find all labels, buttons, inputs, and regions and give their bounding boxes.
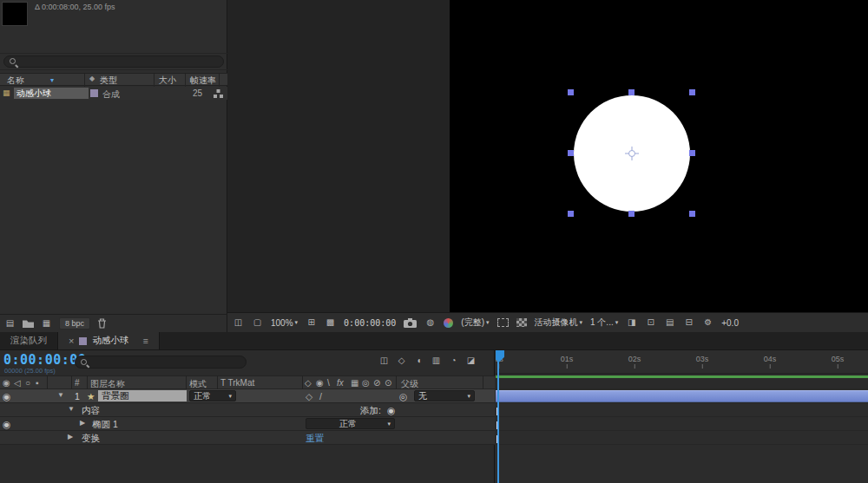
new-folder-icon[interactable]	[23, 319, 34, 328]
tab-composition[interactable]: × 动感小球 ≡	[57, 332, 160, 349]
view-layout-dropdown[interactable]: 1 个...▾	[590, 317, 618, 329]
transparency-grid-icon[interactable]	[516, 318, 527, 327]
zoom-dropdown[interactable]: 100%▾	[271, 318, 298, 328]
transform-row[interactable]: ▶ 变换 重置	[0, 431, 495, 445]
column-mode[interactable]: 模式	[189, 378, 207, 390]
selection-handle[interactable]	[568, 150, 574, 156]
mini-flowchart-icon[interactable]: ◫	[378, 355, 390, 366]
comp-flowchart-icon[interactable]: ⊟	[683, 317, 694, 329]
exposure-value[interactable]: +0.0	[721, 318, 739, 328]
layer-duration-bar[interactable]	[496, 390, 868, 402]
anchor-point-icon[interactable]	[624, 146, 640, 161]
column-trkmat[interactable]: T TrkMat	[220, 378, 254, 388]
current-time-display[interactable]: 0:00:00:00	[3, 352, 86, 368]
active-camera-dropdown[interactable]: 活动摄像机▾	[535, 317, 583, 329]
frame-blend-column-icon[interactable]: ▦	[351, 378, 358, 388]
selection-handle[interactable]	[568, 89, 574, 95]
eye-toggle-icon[interactable]: ◉	[3, 419, 10, 429]
parent-dropdown[interactable]: 无▾	[414, 390, 475, 401]
column-header-framerate[interactable]: 帧速率	[190, 75, 216, 87]
draft-3d-icon[interactable]: ◇	[396, 355, 407, 366]
selection-handle[interactable]	[689, 150, 695, 156]
screen-mode-icon[interactable]: ◫	[233, 317, 244, 329]
graph-editor-icon[interactable]: ◪	[465, 355, 477, 366]
label-column-icon[interactable]: ◆	[89, 75, 95, 82]
snapshot-camera-icon[interactable]	[404, 318, 417, 328]
blend-mode-value: 正常	[194, 390, 211, 402]
layer-row[interactable]: ◉ ▼ 1 ★ 背景圈 正常▾ ◇ / ◎ 无▾	[0, 389, 495, 403]
project-item-type: 合成	[102, 88, 120, 101]
column-header-name[interactable]: 名称	[7, 75, 24, 87]
search-icon	[81, 358, 89, 367]
column-index[interactable]: #	[75, 378, 80, 388]
frame-blend-icon[interactable]: ▥	[431, 355, 442, 366]
list-view-icon[interactable]: ▤	[4, 318, 16, 330]
twirl-closed-icon[interactable]: ▶	[80, 419, 85, 427]
selection-handle[interactable]	[628, 211, 635, 217]
contents-row[interactable]: ▼ 内容 添加: ◉	[0, 403, 495, 417]
contents-label: 内容	[82, 405, 100, 417]
motion-blur-icon[interactable]: ◔	[448, 355, 459, 366]
layer-name[interactable]: 背景圈	[98, 390, 187, 401]
column-parent[interactable]: 父级	[401, 378, 418, 390]
project-columns-header: 名称 ▾ ◆ 类型 大小 帧速率	[0, 73, 227, 86]
solo-column-icon: ○	[25, 378, 30, 388]
add-property-button[interactable]: ◉	[387, 405, 395, 415]
adjustment-column-icon[interactable]: ⊘	[373, 378, 380, 388]
new-composition-icon[interactable]: ▦	[41, 318, 52, 330]
pick-whip-icon[interactable]: ◎	[399, 391, 407, 401]
project-item-name[interactable]: 动感小球	[14, 88, 89, 99]
region-of-interest-icon[interactable]	[497, 318, 509, 327]
current-time-button[interactable]: 0:00:00:00	[344, 318, 396, 328]
panel-menu-icon[interactable]: ≡	[142, 336, 148, 346]
timeline-search-input[interactable]	[75, 356, 247, 369]
ellipse-row[interactable]: ◉ ▶ 椭圆 1 正常▾	[0, 417, 495, 431]
resolution-dropdown[interactable]: (完整)▾	[461, 317, 489, 329]
mask-visibility-icon[interactable]: ▩	[325, 317, 336, 329]
blend-mode-dropdown[interactable]: 正常▾	[189, 390, 236, 401]
hide-shy-icon[interactable]: ◖	[413, 355, 424, 366]
show-snapshot-icon[interactable]: ◍	[424, 317, 436, 329]
gear-icon[interactable]: ⚙	[702, 317, 713, 329]
reset-link[interactable]: 重置	[306, 433, 324, 445]
shy-icon[interactable]: ◇	[305, 378, 312, 388]
label-color-chip[interactable]	[90, 89, 98, 97]
tab-render-queue[interactable]: 渲染队列	[0, 332, 57, 349]
ruler-tick: 01s	[561, 355, 574, 369]
threed-column-icon[interactable]: ⊙	[385, 378, 391, 388]
project-search-input[interactable]	[3, 55, 224, 68]
project-item-framerate: 25	[193, 88, 202, 98]
eye-toggle-icon[interactable]: ◉	[3, 391, 10, 401]
collapse-icon[interactable]: ◉	[316, 378, 324, 388]
channels-icon[interactable]	[444, 318, 453, 328]
selection-handle[interactable]	[568, 211, 574, 217]
monitor-icon[interactable]: ▢	[252, 317, 263, 329]
fast-preview-icon[interactable]: ⊡	[645, 317, 656, 329]
quality-icon[interactable]: \	[327, 378, 330, 388]
motion-blur-column-icon[interactable]: ◎	[362, 378, 370, 388]
project-item-row[interactable]: ▦ 动感小球 合成 25	[0, 87, 227, 100]
column-header-size[interactable]: 大小	[159, 75, 176, 87]
twirl-open-icon[interactable]: ▼	[68, 405, 75, 413]
time-ruler[interactable]: 0s 01s 02s 03s 04s 05s	[496, 350, 868, 374]
selection-handle[interactable]	[689, 211, 695, 217]
collapse-switch-icon[interactable]: ◇	[306, 391, 312, 401]
color-depth-button[interactable]: 8 bpc	[59, 317, 90, 330]
close-icon[interactable]: ×	[69, 336, 74, 346]
column-header-type[interactable]: 类型	[100, 75, 117, 87]
fx-icon[interactable]: fx	[337, 378, 344, 388]
twirl-open-icon[interactable]: ▼	[57, 391, 64, 399]
grid-options-icon[interactable]: ⊞	[306, 317, 317, 329]
timeline-track-area[interactable]: 0s 01s 02s 03s 04s 05s	[496, 350, 868, 483]
pixel-aspect-icon[interactable]: ◨	[626, 317, 637, 329]
twirl-closed-icon[interactable]: ▶	[68, 433, 73, 441]
ellipse-blend-mode-dropdown[interactable]: 正常▾	[306, 418, 395, 429]
selection-handle[interactable]	[689, 89, 695, 95]
playhead-line[interactable]	[497, 350, 499, 483]
composition-viewport[interactable]	[227, 0, 868, 312]
selection-handle[interactable]	[628, 89, 635, 95]
trash-icon[interactable]	[97, 318, 107, 329]
quality-switch-icon[interactable]: /	[319, 391, 322, 401]
timeline-button-icon[interactable]: ▤	[664, 317, 675, 329]
column-layer-name[interactable]: 图层名称	[90, 378, 125, 390]
